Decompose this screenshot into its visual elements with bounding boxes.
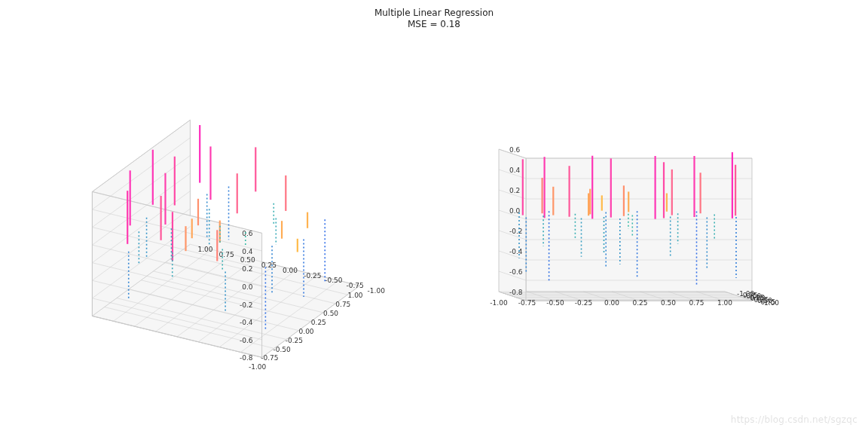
svg-text:-0.4: -0.4: [240, 319, 253, 326]
svg-text:0.50: 0.50: [323, 310, 338, 317]
svg-text:-0.8: -0.8: [509, 289, 523, 296]
plot-3d-left: -0.8-0.6-0.4-0.20.00.20.40.6-1.00-0.75-0…: [45, 41, 437, 403]
svg-text:-1.00: -1.00: [249, 363, 267, 371]
plot-3d-right: -0.8-0.6-0.4-0.20.00.20.40.6-1.00-0.75-0…: [475, 60, 836, 392]
svg-text:0.25: 0.25: [632, 299, 647, 307]
svg-text:0.50: 0.50: [661, 299, 676, 307]
svg-text:0.00: 0.00: [283, 267, 298, 274]
svg-text:0.00: 0.00: [299, 328, 314, 335]
svg-text:-1.00: -1.00: [368, 287, 386, 295]
svg-text:0.75: 0.75: [689, 299, 704, 307]
svg-text:-0.75: -0.75: [261, 354, 278, 362]
svg-text:-0.75: -0.75: [518, 299, 536, 307]
svg-text:-0.6: -0.6: [240, 337, 253, 344]
chart-subtitle: MSE = 0.18: [0, 19, 868, 30]
svg-text:-0.50: -0.50: [546, 299, 564, 307]
svg-text:0.6: 0.6: [242, 230, 253, 237]
svg-text:-1.00: -1.00: [490, 299, 508, 307]
svg-text:0.4: 0.4: [242, 248, 253, 255]
svg-text:0.6: 0.6: [509, 146, 521, 154]
svg-text:1.00: 1.00: [348, 292, 363, 299]
svg-text:0.50: 0.50: [240, 256, 255, 264]
svg-text:-0.6: -0.6: [509, 268, 523, 276]
svg-text:-0.4: -0.4: [509, 248, 523, 255]
svg-text:0.4: 0.4: [509, 167, 521, 174]
svg-text:-0.2: -0.2: [509, 228, 523, 235]
svg-text:0.00: 0.00: [604, 299, 619, 307]
svg-text:-0.50: -0.50: [325, 277, 343, 284]
svg-text:-0.25: -0.25: [286, 337, 303, 344]
svg-text:0.2: 0.2: [242, 265, 252, 273]
svg-text:0.25: 0.25: [261, 261, 277, 269]
svg-text:0.2: 0.2: [509, 187, 520, 194]
chart-title: Multiple Linear Regression: [0, 8, 868, 19]
svg-text:0.75: 0.75: [335, 301, 350, 308]
svg-text:-0.50: -0.50: [273, 346, 291, 353]
svg-text:-0.25: -0.25: [575, 299, 592, 307]
svg-text:-0.25: -0.25: [304, 272, 321, 280]
svg-text:-0.75: -0.75: [346, 282, 363, 289]
svg-text:-0.8: -0.8: [240, 354, 253, 362]
svg-text:0.25: 0.25: [311, 319, 326, 326]
svg-text:1.00: 1.00: [764, 299, 779, 307]
chart-title-block: Multiple Linear Regression MSE = 0.18: [0, 8, 868, 30]
svg-text:-0.2: -0.2: [240, 301, 253, 309]
svg-text:1.00: 1.00: [717, 299, 732, 307]
svg-text:0.75: 0.75: [219, 251, 234, 258]
svg-text:0.0: 0.0: [242, 283, 253, 291]
svg-text:1.00: 1.00: [197, 246, 212, 253]
watermark-text: https://blog.csdn.net/sgzqc: [731, 414, 857, 425]
